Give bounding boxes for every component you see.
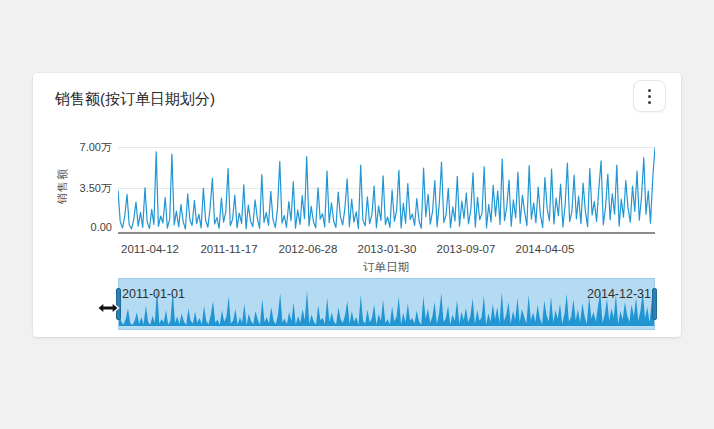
- x-tick-label: 2011-11-17: [193, 243, 265, 255]
- datazoom-end-label: 2014-12-31: [587, 287, 651, 301]
- kebab-vertical-icon: [648, 89, 651, 104]
- resize-horizontal-cursor-icon: [96, 300, 120, 316]
- page-title: 销售额(按订单日期划分): [55, 90, 215, 109]
- sales-line-chart[interactable]: [118, 147, 655, 231]
- x-axis-line: [118, 232, 655, 234]
- x-axis-name: 订单日期: [346, 260, 426, 275]
- datazoom-slider[interactable]: 2011-01-01 2014-12-31: [118, 278, 655, 330]
- x-tick-label: 2014-04-05: [509, 243, 581, 255]
- datazoom-start-label: 2011-01-01: [122, 287, 185, 301]
- screen: 销售额(按订单日期划分) 销售额 7.00万 3.50万 0.00 2011-0…: [0, 0, 714, 429]
- y-axis-tick-label: 7.00万: [60, 140, 112, 154]
- y-axis-tick-label: 0.00: [60, 220, 112, 234]
- x-tick-label: 2012-06-28: [272, 243, 344, 255]
- y-axis-tick-label: 3.50万: [60, 181, 112, 195]
- chart-card: 销售额(按订单日期划分) 销售额 7.00万 3.50万 0.00 2011-0…: [33, 73, 681, 337]
- x-tick-label: 2013-09-07: [430, 243, 502, 255]
- card-menu-button[interactable]: [633, 80, 666, 112]
- datazoom-preview-chart: [119, 279, 654, 329]
- datazoom-right-handle[interactable]: [652, 288, 657, 320]
- x-tick-label: 2013-01-30: [351, 243, 423, 255]
- x-tick-label: 2011-04-12: [114, 243, 186, 255]
